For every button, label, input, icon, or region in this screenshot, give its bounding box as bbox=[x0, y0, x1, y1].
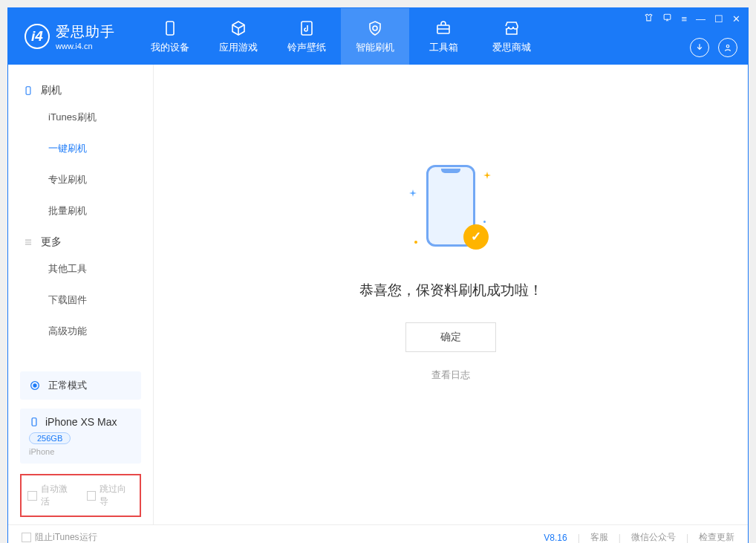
sidebar-item-download-firmware[interactable]: 下载固件 bbox=[8, 284, 153, 316]
success-message: 恭喜您，保资料刷机成功啦！ bbox=[359, 281, 543, 300]
nav-label: 应用游戏 bbox=[219, 41, 258, 54]
nav-label: 智能刷机 bbox=[356, 41, 394, 54]
menu-icon[interactable]: ≡ bbox=[681, 13, 687, 25]
svg-rect-8 bbox=[32, 418, 36, 426]
music-file-icon bbox=[298, 19, 316, 37]
shield-refresh-icon bbox=[366, 19, 384, 37]
block-itunes-checkbox[interactable]: 阻止iTunes运行 bbox=[22, 531, 97, 543]
check-update-link[interactable]: 检查更新 bbox=[699, 531, 734, 543]
support-link[interactable]: 客服 bbox=[590, 531, 608, 543]
svg-rect-5 bbox=[26, 87, 30, 95]
sidebar-item-other-tools[interactable]: 其他工具 bbox=[8, 253, 153, 284]
checkbox-icon bbox=[87, 491, 97, 501]
body: 刷机 iTunes刷机 一键刷机 专业刷机 批量刷机 更多 其他工具 下载固件 … bbox=[8, 65, 748, 524]
user-icon[interactable] bbox=[718, 38, 737, 57]
store-icon bbox=[503, 19, 521, 37]
cube-icon bbox=[229, 19, 247, 37]
sidebar: 刷机 iTunes刷机 一键刷机 专业刷机 批量刷机 更多 其他工具 下载固件 … bbox=[8, 65, 154, 524]
auto-activate-checkbox[interactable]: 自动激活 bbox=[27, 483, 75, 508]
app-name: 爱思助手 bbox=[56, 22, 115, 42]
close-button[interactable]: ✕ bbox=[732, 13, 740, 25]
nav-label: 爱思商城 bbox=[492, 41, 531, 54]
mode-card[interactable]: 正常模式 bbox=[20, 371, 141, 400]
device-icon bbox=[23, 85, 33, 96]
device-type: iPhone bbox=[29, 447, 132, 456]
nav-toolbox[interactable]: 工具箱 bbox=[409, 8, 478, 65]
toolbox-icon bbox=[434, 19, 452, 37]
checkbox-icon bbox=[27, 491, 37, 501]
mode-label: 正常模式 bbox=[48, 379, 87, 392]
mode-icon bbox=[29, 380, 41, 391]
sidebar-item-advanced[interactable]: 高级功能 bbox=[8, 316, 153, 347]
list-icon bbox=[23, 237, 33, 247]
svg-point-7 bbox=[33, 384, 36, 387]
wechat-link[interactable]: 微信公众号 bbox=[631, 531, 676, 543]
device-small-icon bbox=[29, 417, 39, 427]
minimize-button[interactable]: — bbox=[696, 13, 706, 25]
nav-label: 铃声壁纸 bbox=[287, 41, 326, 54]
version-label: V8.16 bbox=[544, 533, 567, 543]
sidebar-item-pro-flash[interactable]: 专业刷机 bbox=[8, 164, 153, 195]
nav-label: 我的设备 bbox=[151, 41, 189, 54]
app-window: i4 爱思助手 www.i4.cn 我的设备 应用游戏 铃声壁纸 智能刷机 bbox=[7, 7, 749, 543]
app-logo: i4 爱思助手 www.i4.cn bbox=[8, 8, 128, 65]
sidebar-section-flash: 刷机 bbox=[8, 75, 153, 102]
download-icon[interactable] bbox=[690, 38, 709, 57]
feedback-icon[interactable] bbox=[662, 13, 672, 25]
shirt-icon[interactable] bbox=[644, 13, 654, 25]
device-capacity: 256GB bbox=[29, 432, 71, 444]
logo-icon: i4 bbox=[25, 24, 50, 49]
skip-guide-checkbox[interactable]: 跳过向导 bbox=[87, 483, 134, 508]
checkmark-badge-icon: ✓ bbox=[463, 224, 489, 250]
success-illustration: ✓ bbox=[410, 163, 492, 260]
nav-ringtones[interactable]: 铃声壁纸 bbox=[273, 8, 341, 65]
device-name: iPhone XS Max bbox=[45, 416, 117, 428]
dot-icon bbox=[483, 221, 486, 223]
sparkle-icon bbox=[483, 171, 492, 180]
phone-icon bbox=[161, 19, 179, 37]
top-nav: 我的设备 应用游戏 铃声壁纸 智能刷机 工具箱 爱思商城 bbox=[136, 8, 546, 65]
sidebar-section-more: 更多 bbox=[8, 227, 153, 253]
checkbox-icon bbox=[22, 533, 31, 542]
svg-rect-1 bbox=[302, 22, 312, 35]
footer: 阻止iTunes运行 V8.16 | 客服 | 微信公众号 | 检查更新 bbox=[8, 524, 748, 543]
sidebar-item-batch-flash[interactable]: 批量刷机 bbox=[8, 195, 153, 227]
window-controls: ≡ — ☐ ✕ bbox=[644, 13, 740, 25]
nav-label: 工具箱 bbox=[429, 41, 458, 54]
view-log-link[interactable]: 查看日志 bbox=[431, 368, 470, 382]
main-content: ✓ 恭喜您，保资料刷机成功啦！ 确定 查看日志 bbox=[154, 65, 748, 524]
sidebar-item-onekey-flash[interactable]: 一键刷机 bbox=[8, 133, 153, 164]
header: i4 爱思助手 www.i4.cn 我的设备 应用游戏 铃声壁纸 智能刷机 bbox=[8, 8, 748, 65]
maximize-button[interactable]: ☐ bbox=[714, 13, 723, 25]
dot-icon bbox=[414, 241, 417, 244]
highlighted-options: 自动激活 跳过向导 bbox=[20, 474, 141, 517]
ok-button[interactable]: 确定 bbox=[405, 322, 496, 352]
nav-store[interactable]: 爱思商城 bbox=[478, 8, 546, 65]
app-url: www.i4.cn bbox=[56, 42, 115, 51]
svg-point-4 bbox=[726, 45, 729, 48]
nav-flash[interactable]: 智能刷机 bbox=[341, 8, 409, 65]
sparkle-icon bbox=[408, 189, 417, 198]
nav-apps[interactable]: 应用游戏 bbox=[204, 8, 273, 65]
svg-rect-0 bbox=[166, 22, 174, 35]
sidebar-item-itunes-flash[interactable]: iTunes刷机 bbox=[8, 102, 153, 133]
nav-my-device[interactable]: 我的设备 bbox=[136, 8, 204, 65]
device-card[interactable]: iPhone XS Max 256GB iPhone bbox=[20, 409, 141, 464]
header-right-icons bbox=[690, 38, 737, 57]
